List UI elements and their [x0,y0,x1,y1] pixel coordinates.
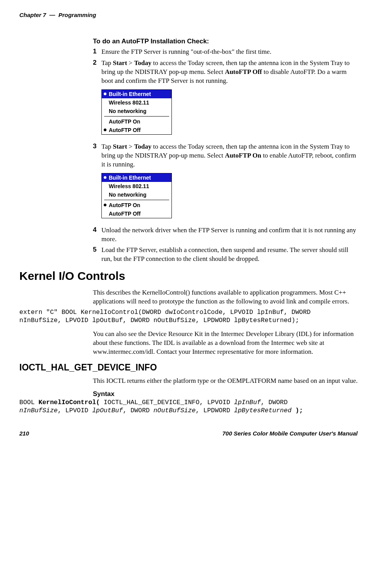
kernel-para1: This describes the KernelIoControl() fun… [93,288,358,306]
menu-title: Built-in Ethernet [109,91,151,97]
ndistray-menu: Built-in Ethernet Wireless 802.11 No net… [101,89,172,135]
instructions-list: 1 Ensure the FTP Server is running "out-… [93,48,358,86]
menu-item-autoftp-on: AutoFTP On [102,117,171,126]
menu-item-no-networking: No networking [102,190,171,199]
step-num: 2 [93,59,101,86]
step-text: Ensure the FTP Server is running "out-of… [101,48,358,57]
syntax-label: Syntax [93,390,358,398]
menu-item-wireless: Wireless 802.11 [102,98,171,107]
menu-divider [104,200,169,200]
menu-item-autoftp-on: AutoFTP On [102,201,171,209]
list-item: 3 Tap Start > Today to access the Today … [93,142,358,169]
radio-dot-icon [104,93,106,95]
ioctl-heading: IOCTL_HAL_GET_DEVICE_INFO [19,362,358,373]
menu-title-bar: Built-in Ethernet [102,90,171,98]
syntax-code: BOOL KernelIoControl( IOCTL_HAL_GET_DEVI… [19,399,358,415]
ioctl-para: This IOCTL returns either the platform t… [93,377,358,386]
ndistray-menu: Built-in Ethernet Wireless 802.11 No net… [101,173,172,218]
chapter-title: Programming [58,12,96,18]
menu-divider [104,116,169,117]
menu-item-wireless: Wireless 802.11 [102,182,171,190]
instructions-list-cont2: 4 Unload the network driver when the FTP… [93,226,358,264]
step-num: 4 [93,226,101,244]
step-num: 3 [93,142,101,169]
running-header: Chapter 7 — Programming [19,12,358,18]
radio-dot-icon [104,176,106,179]
list-item: 5 Load the FTP Server, establish a conne… [93,246,358,264]
menu-title: Built-in Ethernet [109,175,151,181]
page-footer: 210 700 Series Color Mobile Computer Use… [19,430,358,437]
step-text: Tap Start > Today to access the Today sc… [101,59,358,86]
menu-item-autoftp-off: AutoFTP Off [102,126,171,134]
page-number: 210 [19,430,29,437]
menu-title-bar: Built-in Ethernet [102,173,171,182]
step-text: Tap Start > Today to access the Today sc… [101,142,358,169]
menu-item-no-networking: No networking [102,107,171,115]
step-text: Unload the network driver when the FTP S… [101,226,358,244]
chapter-label: Chapter 7 [19,12,46,18]
step-text: Load the FTP Server, establish a connect… [101,246,358,264]
kernel-para2: You can also see the Device Resource Kit… [93,330,358,357]
step-num: 1 [93,48,101,57]
list-item: 4 Unload the network driver when the FTP… [93,226,358,244]
list-item: 1 Ensure the FTP Server is running "out-… [93,48,358,57]
kernel-io-heading: Kernel I/O Controls [19,269,358,283]
autoftp-check-heading: To do an AutoFTP Installation Check: [93,38,358,45]
instructions-list-cont: 3 Tap Start > Today to access the Today … [93,142,358,169]
list-item: 2 Tap Start > Today to access the Today … [93,59,358,86]
header-sep: — [50,12,55,18]
kernel-code1: extern "C" BOOL KernelIoControl(DWORD dw… [19,309,358,324]
manual-title: 700 Series Color Mobile Computer User's … [223,430,358,437]
step-num: 5 [93,246,101,264]
menu-item-autoftp-off: AutoFTP Off [102,209,171,218]
